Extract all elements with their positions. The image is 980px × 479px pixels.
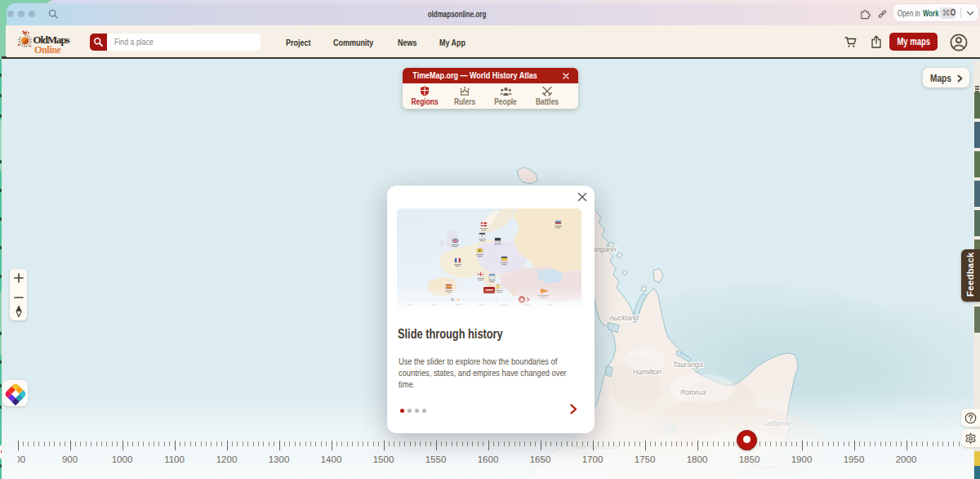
svg-text:Hamilton: Hamilton	[633, 367, 662, 375]
svg-text:Auckland: Auckland	[608, 313, 639, 321]
svg-text:angarei: angarei	[592, 244, 617, 253]
svg-text:Online: Online	[34, 44, 62, 56]
svg-text:Tauranga: Tauranga	[673, 360, 703, 368]
